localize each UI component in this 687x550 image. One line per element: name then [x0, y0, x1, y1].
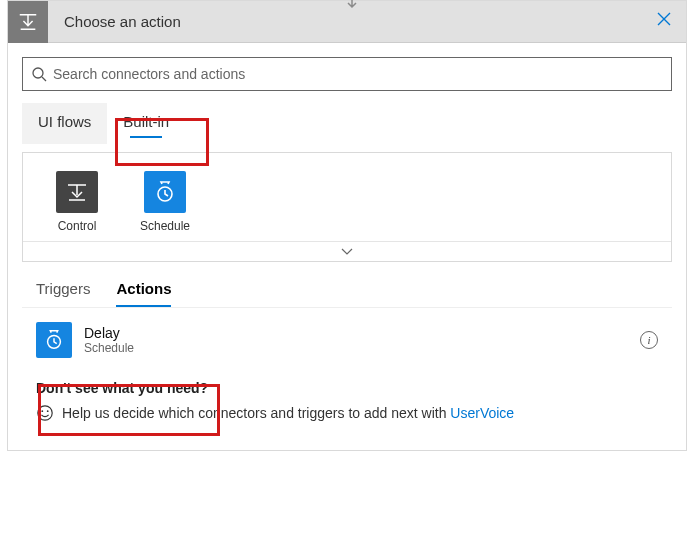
- expand-connectors-button[interactable]: [23, 241, 671, 261]
- svg-point-5: [47, 410, 49, 412]
- search-icon: [31, 66, 47, 82]
- tab-built-in[interactable]: Built-in: [107, 103, 185, 144]
- schedule-icon: [144, 171, 186, 213]
- category-tabs: UI flows Built-in: [22, 103, 672, 144]
- smiley-icon: [36, 404, 54, 422]
- tab-triggers[interactable]: Triggers: [36, 280, 90, 305]
- trigger-action-tabs: Triggers Actions: [22, 280, 672, 305]
- action-delay[interactable]: Delay Schedule i: [22, 314, 672, 366]
- action-subtitle: Schedule: [84, 341, 134, 355]
- connector-control-label: Control: [58, 219, 97, 233]
- connector-grid: Control Schedule: [22, 152, 672, 262]
- panel-title: Choose an action: [48, 13, 642, 30]
- footer-help-text: Help us decide which connectors and trig…: [62, 405, 514, 421]
- uservoice-link[interactable]: UserVoice: [450, 405, 514, 421]
- connector-schedule-label: Schedule: [140, 219, 190, 233]
- tab-actions[interactable]: Actions: [116, 280, 171, 305]
- action-picker-panel: Choose an action UI flows Built-in: [7, 0, 687, 451]
- control-icon: [56, 171, 98, 213]
- connector-control[interactable]: Control: [47, 171, 107, 233]
- svg-point-0: [33, 68, 43, 78]
- svg-point-3: [38, 406, 52, 420]
- close-button[interactable]: [642, 11, 686, 32]
- search-input-wrapper[interactable]: [22, 57, 672, 91]
- action-picker-icon: [8, 1, 48, 43]
- info-button[interactable]: i: [640, 331, 658, 349]
- footer-help: Don't see what you need? Help us decide …: [22, 380, 672, 436]
- footer-question: Don't see what you need?: [36, 380, 658, 396]
- clock-icon: [36, 322, 72, 358]
- search-input[interactable]: [53, 66, 663, 82]
- chevron-down-icon: [341, 248, 353, 256]
- connector-arrow-icon: [340, 0, 364, 10]
- connector-schedule[interactable]: Schedule: [135, 171, 195, 233]
- action-title: Delay: [84, 325, 134, 341]
- tab-ui-flows[interactable]: UI flows: [22, 103, 107, 144]
- svg-point-4: [41, 410, 43, 412]
